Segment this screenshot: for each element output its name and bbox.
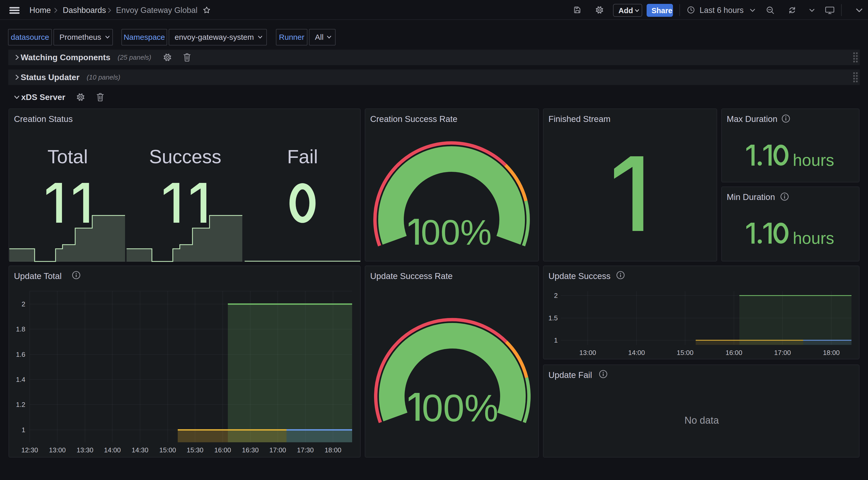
svg-text:00%: 00% <box>421 213 492 252</box>
svg-text:00%: 00% <box>422 387 498 429</box>
